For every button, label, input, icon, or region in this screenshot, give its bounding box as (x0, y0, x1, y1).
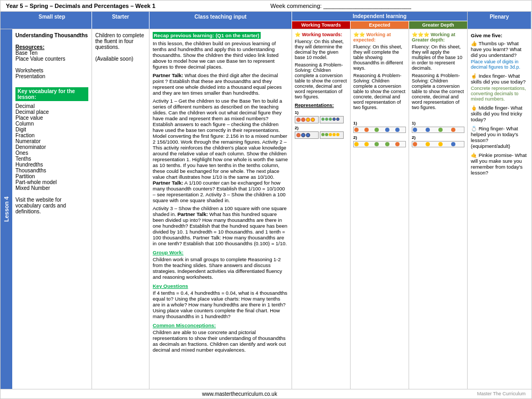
exp-rep-2-content (353, 141, 406, 147)
rep-1-label: 1) (295, 110, 347, 115)
thumbs-icon: 👍 (471, 40, 477, 46)
main-content: Lesson 4 Understanding Thousandths Resou… (1, 29, 531, 389)
working-fluency: Fluency: On this sheet, they will determ… (295, 39, 347, 60)
header-plenary: Plenary (468, 12, 531, 29)
plenary-thumbs: 👍 Thumbs up- What have you learnt? What … (471, 40, 528, 58)
misconceptions-section: Common Misconceptions: Children are able… (153, 322, 288, 353)
lesson-spacer (1, 12, 12, 29)
plenary-pinkie: 🤙 Pinkie promise- What will you make sur… (471, 152, 528, 176)
footer-logo: Master The Curriculum (477, 391, 526, 396)
key-vocab-label: Key vocabulary for the lesson: (15, 87, 88, 101)
vocab-tenths: Tenths (15, 156, 88, 162)
vocab-decimal-place: Decimal place (15, 109, 88, 115)
plenary-thumbs-answer: Place value of digits in decimal figures… (471, 59, 528, 70)
greater-stars: ⭐⭐⭐ Working at Greater depth: (412, 32, 464, 43)
key-questions-section: Key Questions If 4 tenths = 0.4, 4 hundr… (153, 283, 288, 319)
middle-icon: 🖕 (471, 105, 477, 111)
teaching-activity3: Activity 3 – Show the children a 100 squ… (153, 205, 288, 246)
column-headers-row: Small step Starter Class teaching input … (1, 12, 531, 29)
plenary-ring: 💍 Ring finger- What helped you in today'… (471, 126, 528, 149)
rep-1-working (295, 116, 347, 123)
header-expected: Expected (350, 21, 409, 29)
resource-place-value: Place Value counters (15, 56, 88, 62)
footer: www.masterthecurriculum.co.uk Master The… (1, 389, 531, 398)
group-work-text: Children work in small groups to complet… (153, 256, 288, 280)
header-teaching: Class teaching input (149, 12, 292, 29)
vocab-decimal: Decimal (15, 103, 88, 109)
vocab-denominator: Denominator (15, 144, 88, 150)
working-reasoning: Reasoning & Problem-Solving: Children co… (295, 62, 347, 99)
plenary-column: Give me five: 👍 Thumbs up- What have you… (468, 29, 531, 389)
vocab-mixed-number: Mixed Number (15, 185, 88, 191)
page-wrapper: Year 5 – Spring – Decimals and Percentag… (0, 0, 532, 399)
lesson-label: Lesson 4 (1, 29, 12, 389)
vocab-part-whole: Part-whole model (15, 179, 88, 185)
indep-sub-header-row: Working Towards Expected Greater Depth (292, 21, 467, 29)
indep-cols: ⭐ Working towards: Fluency: On this shee… (292, 29, 467, 389)
key-q-label: Key Questions (153, 283, 288, 289)
working-towards-col: ⭐ Working towards: Fluency: On this shee… (292, 29, 351, 389)
representations-label: Representations: (295, 103, 347, 108)
vocab-fraction: Fraction (15, 132, 88, 138)
vocab-ones: Ones (15, 150, 88, 156)
vocab-partition: Partition (15, 173, 88, 179)
exp-rep-2: 2) (353, 135, 406, 140)
gd-rep-1: 1) (412, 121, 464, 126)
expected-title: Working at expected: (353, 32, 391, 43)
vocab-thousandths: Thousandths (15, 168, 88, 173)
header-greater: Greater Depth (409, 21, 467, 29)
page-title: Year 5 – Spring – Decimals and Percentag… (6, 3, 155, 9)
greater-depth-col: ⭐⭐⭐ Working at Greater depth: Fluency: O… (409, 29, 467, 389)
visit-text: Visit the website for vocabulary cards a… (15, 197, 88, 214)
vocab-digit: Digit (15, 127, 88, 132)
header-independent: Independent learning (292, 12, 467, 21)
rep-block-2 (320, 116, 344, 123)
vocab-numerator: Numerator (15, 138, 88, 144)
starter-column: Children to complete the fluent in four … (92, 29, 149, 389)
expected-col: ⭐⭐ Working at expected: Fluency: On this… (351, 29, 409, 389)
rep-block-3 (295, 131, 319, 139)
gd-rep-2-content (412, 141, 464, 147)
misconceptions-label: Common Misconceptions: (153, 322, 288, 328)
partner-talk-3-text: What has this hundred square been divide… (153, 211, 287, 246)
expected-fluency: Fluency: On this sheet, they will comple… (353, 44, 406, 71)
group-work-section: Group Work: Children work in small group… (153, 250, 288, 280)
rep-2-working (295, 131, 347, 139)
resource-base-ten: Base Ten (15, 50, 88, 56)
plenary-index: ☝️ Index finger- What skills did you use… (471, 73, 528, 85)
recap-label: Recap previous learning: (Q1 on the star… (153, 32, 261, 39)
partner-talk-3-label: Partner Talk: (177, 211, 207, 217)
gd-rep-1-content (412, 127, 464, 133)
exp-rep-1-content (353, 127, 406, 133)
pinkie-icon: 🤙 (471, 152, 477, 158)
expected-stars: ⭐⭐ Working at expected: (353, 32, 406, 43)
resources-label: Resources: (15, 44, 88, 50)
expected-reasoning: Reasoning & Problem-Solving: Children co… (353, 73, 406, 110)
working-stars: ⭐ Working towards: (295, 32, 347, 37)
week-commencing: Week commencing: _______________________… (155, 3, 526, 9)
greater-title: Working at Greater depth: (412, 32, 455, 43)
greater-reasoning: Reasoning & Problem-Solving: Children co… (412, 73, 464, 110)
resource-worksheets: Worksheets (15, 68, 88, 73)
small-step-title: Understanding Thousandths (15, 32, 88, 38)
vocab-place-value: Place value (15, 115, 88, 121)
misconceptions-text: Children are able to use concrete and pi… (153, 329, 288, 353)
exp-rep-1: 1) (353, 121, 406, 126)
small-step-column: Understanding Thousandths Resources: Bas… (12, 29, 92, 389)
header-starter: Starter (92, 12, 149, 29)
header-working: Working Towards (292, 21, 350, 29)
rep-block-4 (320, 131, 344, 139)
footer-website: www.masterthecurriculum.co.uk (202, 391, 277, 397)
header-small-step: Small step (12, 12, 92, 29)
top-header: Year 5 – Spring – Decimals and Percentag… (1, 1, 531, 12)
working-title: Working towards: (302, 32, 343, 37)
greater-fluency: Fluency: On this sheet, they will apply … (412, 44, 464, 71)
independent-column: ⭐ Working towards: Fluency: On this shee… (292, 29, 468, 389)
group-work-label: Group Work: (153, 250, 184, 255)
key-q-text: If 4 tenths = 0.4, 4 hundredths = 0.04, … (153, 290, 288, 319)
plenary-index-answer: Concrete representations, converting dec… (471, 86, 528, 102)
teaching-column: Recap previous learning: (Q1 on the star… (149, 29, 292, 389)
teaching-intro: In this lesson, the children build on pr… (153, 40, 288, 70)
partner-talk-2-label: Partner Talk: (153, 180, 183, 186)
header-independent-wrapper: Independent learning Working Towards Exp… (292, 12, 468, 29)
